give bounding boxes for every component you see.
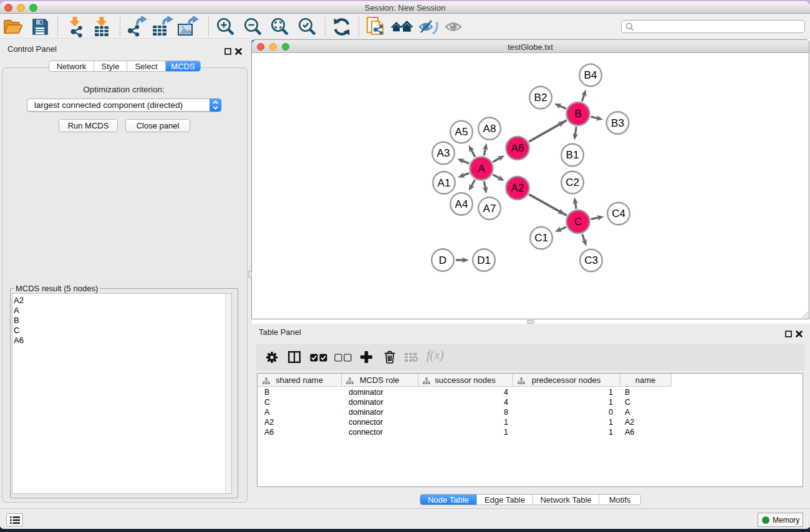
svg-text:D: D: [439, 254, 446, 266]
svg-text:A8: A8: [483, 123, 496, 135]
svg-text:C: C: [574, 216, 582, 228]
svg-text:B2: B2: [534, 92, 547, 104]
svg-text:A2: A2: [511, 182, 524, 194]
svg-text:C2: C2: [566, 177, 579, 188]
svg-text:A5: A5: [455, 126, 468, 138]
svg-text:A7: A7: [483, 203, 496, 215]
svg-text:A4: A4: [455, 198, 468, 210]
svg-text:A6: A6: [511, 142, 524, 154]
svg-text:D1: D1: [477, 254, 491, 266]
svg-text:C3: C3: [584, 254, 598, 266]
svg-text:C1: C1: [534, 232, 548, 244]
svg-text:B: B: [574, 108, 581, 120]
svg-text:A1: A1: [438, 177, 451, 189]
svg-text:A3: A3: [437, 147, 450, 159]
svg-text:B3: B3: [611, 117, 624, 129]
svg-text:B4: B4: [584, 69, 597, 81]
svg-text:B1: B1: [566, 149, 579, 161]
svg-text:A: A: [478, 163, 485, 175]
svg-text:C4: C4: [612, 208, 625, 220]
